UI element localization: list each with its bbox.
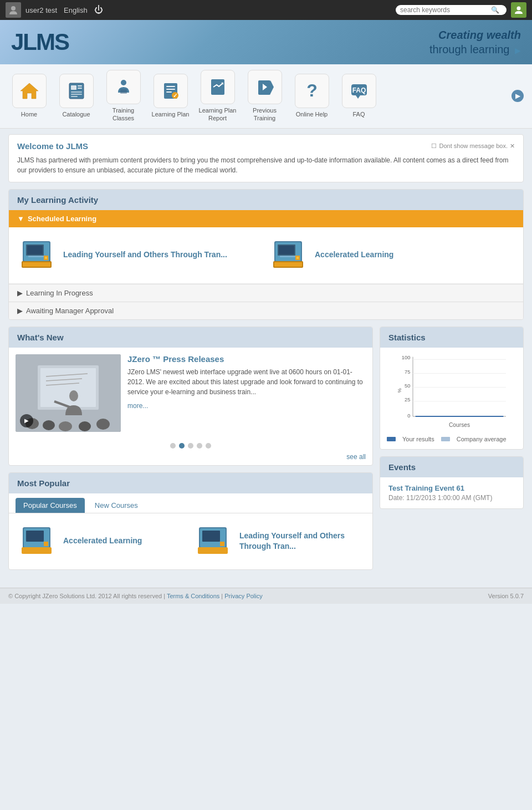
svg-rect-38 (279, 246, 294, 254)
close-icon[interactable]: ✕ (510, 142, 515, 150)
right-col: Statistics 100 75 50 25 0 (380, 327, 524, 570)
two-col-section: What's New (8, 327, 524, 570)
svg-rect-4 (71, 85, 76, 90)
brand-logo: JLMS (11, 29, 69, 55)
svg-text:?: ? (306, 81, 318, 100)
news-headline: JZero ™ Press Releases (127, 354, 366, 364)
training-icon-box (106, 70, 141, 104)
most-popular-box: Most Popular Popular Courses New Courses (8, 472, 373, 570)
course-item-2[interactable]: Accelerated Learning (269, 236, 515, 275)
most-popular-tabs: Popular Courses New Courses (9, 493, 372, 513)
dot-2[interactable] (179, 443, 185, 449)
nav-item-faq[interactable]: FAQ FAQ (338, 74, 380, 118)
search-icon: 🔍 (491, 6, 499, 14)
terms-link[interactable]: Terms & Conditions (167, 593, 219, 599)
previous-training-icon-box (248, 70, 282, 104)
footer-left: © Copyright JZero Solutions Ltd. 2012 Al… (8, 593, 263, 599)
see-all-link[interactable]: see all (9, 453, 372, 465)
whats-new-header: What's New (9, 327, 372, 348)
dont-show-checkbox[interactable]: ☐ Dont show message box. ✕ (431, 142, 515, 150)
course-thumb-1 (22, 240, 58, 271)
scheduled-label: Scheduled Learning (28, 215, 96, 223)
tab-popular-courses[interactable]: Popular Courses (16, 498, 85, 513)
nav-item-catalogue[interactable]: Catalogue (55, 74, 97, 118)
nav-item-online-help[interactable]: ? Online Help (291, 74, 332, 118)
privacy-link[interactable]: Privacy Policy (224, 593, 262, 599)
learning-plan-icon-box: ✓ (154, 74, 188, 108)
svg-rect-18 (211, 79, 224, 95)
awaiting-approval-header[interactable]: ▶ Awaiting Manager Approval (9, 302, 523, 319)
svg-rect-41 (296, 257, 299, 259)
svg-rect-32 (45, 257, 47, 259)
svg-rect-34 (23, 262, 50, 267)
dot-5[interactable] (206, 443, 211, 449)
statistics-box: Statistics 100 75 50 25 0 (380, 327, 524, 450)
welcome-header: Welcome to JLMS ☐ Dont show message box.… (17, 141, 515, 151)
in-progress-label: Learning In Progress (26, 289, 93, 297)
learning-activity-header: My Learning Activity (9, 190, 523, 210)
svg-point-1 (517, 7, 521, 11)
event-title-1[interactable]: Test Training Event 61 (388, 484, 515, 492)
news-text: JZero ™ Press Releases JZero LMS' newest… (127, 354, 366, 432)
popular-courses-grid: Accelerated Learning (9, 513, 372, 569)
tagline-arrow: ▶ (515, 46, 521, 55)
learning-in-progress-header[interactable]: ▶ Learning In Progress (9, 284, 523, 302)
nav-item-training-classes[interactable]: TrainingClasses (103, 70, 144, 123)
tab-new-courses[interactable]: New Courses (87, 498, 146, 513)
scheduled-learning-header[interactable]: ▼ Scheduled Learning (9, 210, 523, 227)
svg-rect-60 (44, 542, 48, 546)
svg-text:25: 25 (405, 397, 410, 403)
nav-item-home[interactable]: Home (8, 74, 50, 118)
svg-point-54 (59, 421, 72, 431)
svg-rect-43 (274, 262, 302, 267)
more-link[interactable]: more... (127, 402, 148, 410)
popular-course-1[interactable]: Accelerated Learning (17, 522, 188, 561)
nav-scroll-right[interactable]: ▶ (511, 90, 524, 102)
dot-4[interactable] (197, 443, 202, 449)
play-button[interactable]: ▶ (20, 414, 33, 427)
svg-text:100: 100 (402, 355, 411, 360)
nav-item-learning-plan-report[interactable]: Learning PlanReport (197, 70, 238, 123)
svg-rect-39 (280, 256, 295, 257)
popular-thumb-2 (198, 526, 234, 557)
dont-show-label: Dont show message box. (439, 142, 508, 149)
tagline-line2: through learning (429, 43, 510, 55)
user-profile-button[interactable] (511, 2, 526, 18)
svg-rect-9 (71, 96, 78, 97)
most-popular-header: Most Popular (9, 473, 372, 493)
main-content: Welcome to JLMS ☐ Dont show message box.… (0, 129, 532, 582)
svg-rect-59 (26, 531, 44, 542)
dot-1[interactable] (170, 443, 176, 449)
learning-plan-report-icon-box (201, 70, 235, 104)
faq-icon-box: FAQ (342, 74, 376, 108)
learning-activity-box: My Learning Activity ▼ Scheduled Learnin… (8, 189, 524, 320)
nav-item-previous-training[interactable]: PreviousTraining (244, 70, 285, 123)
nav-label-online-help: Online Help (296, 110, 328, 118)
power-button[interactable]: ⏻ (94, 5, 103, 15)
dot-3[interactable] (188, 443, 193, 449)
course-item-1[interactable]: Leading Yourself and Others Through Tran… (17, 236, 263, 275)
event-date-1: Date: 11/2/2013 1:00:00 AM (GMT) (388, 494, 515, 502)
news-image: ▶ (16, 354, 121, 432)
course-name-2: Accelerated Learning (315, 249, 393, 261)
news-pagination-dots (9, 439, 372, 453)
popular-course-2[interactable]: Leading Yourself and Others Through Tran… (193, 522, 364, 561)
search-input[interactable] (400, 6, 489, 14)
svg-text:✓: ✓ (173, 93, 177, 99)
checkbox-icon: ☐ (431, 142, 437, 150)
nav-item-learning-plan[interactable]: ✓ Learning Plan (150, 74, 191, 118)
nav-label-catalogue: Catalogue (62, 110, 90, 118)
catalogue-icon-box (59, 74, 94, 108)
svg-text:Courses: Courses (449, 421, 470, 427)
username-label: user2 test (25, 6, 57, 14)
svg-rect-30 (28, 256, 44, 257)
brand-tagline: Creating wealth through learning ▶ (429, 28, 521, 57)
nav-label-previous-training: PreviousTraining (253, 106, 277, 123)
chart-legend: Your results Company average (387, 436, 516, 442)
online-help-icon-box: ? (295, 74, 329, 108)
svg-point-0 (11, 6, 16, 11)
scheduled-courses-grid: Leading Yourself and Others Through Tran… (9, 227, 523, 284)
language-label: English (64, 6, 88, 14)
svg-rect-65 (220, 542, 224, 546)
events-box: Events Test Training Event 61 Date: 11/2… (380, 456, 524, 509)
